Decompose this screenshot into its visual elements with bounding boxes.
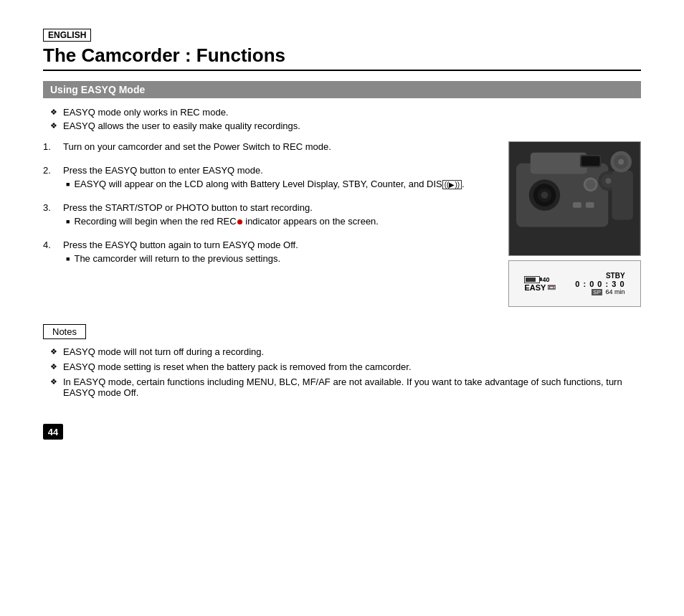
intro-bullet-2: EASYQ allows the user to easily make qua… [50, 120, 641, 131]
notes-bullet-list: EASYQ mode will not turn off during a re… [43, 346, 641, 398]
easy-mode-label: EASY 📼 [524, 283, 556, 292]
section-header: Using EASYQ Mode [43, 81, 641, 98]
svg-point-11 [605, 178, 611, 184]
rec-dot-icon [237, 219, 242, 224]
step-3-sub: Recording will begin when the red REC in… [74, 216, 379, 227]
battery-indicator: 40 [524, 276, 549, 283]
svg-rect-2 [531, 153, 587, 174]
counter-display: 0 : 0 0 : 3 0 [575, 280, 624, 288]
image-column: 40 EASY 📼 STBY 0 : 0 0 : 3 0 SP 64 min [508, 141, 641, 307]
step-4-text: Press the EASYQ button again to turn EAS… [63, 240, 298, 250]
svg-point-6 [541, 191, 548, 199]
battery-icon [524, 276, 540, 283]
step-3-text: Press the START/STOP or PHOTO button to … [63, 202, 313, 213]
svg-rect-13 [586, 202, 594, 208]
step-2-text: Press the EASYQ button to enter EASYQ mo… [63, 165, 263, 176]
camcorder-image [508, 141, 641, 256]
step-4: 4. Press the EASYQ button again to turn … [43, 240, 494, 264]
lcd-display: 40 EASY 📼 STBY 0 : 0 0 : 3 0 SP 64 min [508, 260, 641, 307]
step-1: 1. Turn on your camcorder and set the Po… [43, 141, 494, 152]
english-badge: ENGLISH [43, 29, 91, 42]
note-1: EASYQ mode will not turn off during a re… [50, 346, 641, 357]
note-2: EASYQ mode setting is reset when the bat… [50, 361, 641, 372]
tape-time: SP 64 min [592, 288, 624, 295]
intro-bullet-list: EASYQ mode only works in REC mode. EASYQ… [43, 107, 641, 131]
step-4-sub: The camcorder will return to the previou… [74, 253, 280, 264]
svg-point-19 [618, 159, 624, 165]
minutes-remaining: 64 min [606, 288, 625, 295]
notes-label: Notes [43, 324, 86, 339]
cassette-icon: 📼 [547, 283, 556, 291]
svg-rect-14 [612, 171, 633, 220]
svg-rect-12 [573, 202, 581, 208]
step-1-text: Turn on your camcorder and set the Power… [63, 141, 331, 152]
page-number: 44 [43, 424, 63, 440]
step-3: 3. Press the START/STOP or PHOTO button … [43, 202, 494, 227]
svg-rect-16 [581, 156, 600, 166]
lcd-right-panel: STBY 0 : 0 0 : 3 0 SP 64 min [575, 272, 624, 295]
svg-point-8 [586, 179, 596, 189]
step-2-sub: EASYQ will appear on the LCD along with … [74, 179, 464, 189]
lcd-left-panel: 40 EASY 📼 [524, 276, 556, 292]
steps-list: 1. Turn on your camcorder and set the Po… [43, 141, 494, 264]
dis-icon: ((▶)) [442, 180, 462, 189]
battery-level: 40 [542, 276, 549, 283]
main-title: The Camcorder : Functions [43, 44, 641, 71]
intro-bullet-1: EASYQ mode only works in REC mode. [50, 107, 641, 118]
step-2: 2. Press the EASYQ button to enter EASYQ… [43, 165, 494, 189]
note-3: In EASYQ mode, certain functions includi… [50, 376, 641, 398]
sp-label: SP [592, 289, 602, 295]
stby-label: STBY [606, 272, 625, 280]
